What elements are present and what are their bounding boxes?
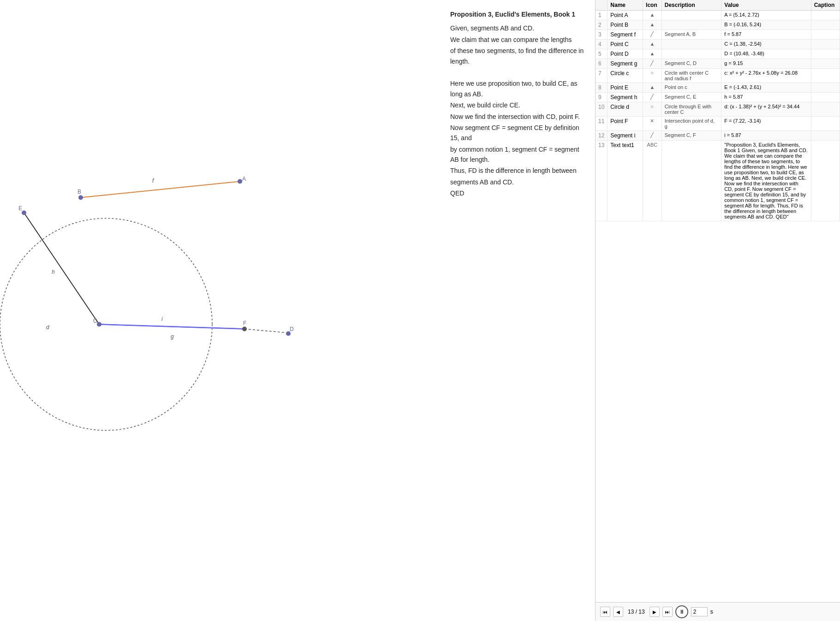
cell-icon: ▲ [643, 83, 662, 93]
cell-name: Point B [608, 20, 643, 30]
page-info: 13 / 13 [628, 609, 645, 615]
text-line: Given, segments AB and CD. [450, 23, 588, 33]
table-row[interactable]: 3 Segment f ╱ Segment A, B f = 5.87 [596, 30, 840, 40]
cell-num: 9 [596, 93, 608, 102]
col-icon: Icon [643, 0, 662, 11]
text-panel: Proposition 3, Euclid's Elements, Book 1… [443, 0, 595, 621]
right-panel: Name Icon Description Value Caption 1 Po… [595, 0, 840, 621]
speed-input[interactable] [691, 607, 708, 616]
cell-caption [811, 69, 840, 83]
cell-icon: ╱ [643, 131, 662, 141]
label-f: f [152, 177, 155, 184]
label-E: E [18, 205, 22, 212]
label-i: i [161, 316, 163, 322]
cell-value: c: x² + y² - 2.76x + 5.08y = 26.08 [721, 69, 811, 83]
cell-value: B = (-0.16, 5.24) [721, 20, 811, 30]
cell-caption [811, 117, 840, 131]
cell-icon: ╱ [643, 59, 662, 69]
cell-name: Point F [608, 117, 643, 131]
table-row[interactable]: 5 Point D ▲ D = (10.48, -3.48) [596, 49, 840, 59]
nav-last-button[interactable]: ⏭ [662, 607, 673, 617]
table-row[interactable]: 8 Point E ▲ Point on c E = (-1.43, 2.61) [596, 83, 840, 93]
cell-caption [811, 141, 840, 221]
cell-name: Text text1 [608, 141, 643, 221]
point-F-dot [242, 327, 247, 331]
table-row[interactable]: 1 Point A ▲ A = (5.14, 2.72) [596, 11, 840, 20]
text-line: of these two segments, to find the diffe… [450, 46, 588, 66]
col-value: Value [721, 0, 811, 11]
cell-value: E = (-1.43, 2.61) [721, 83, 811, 93]
bottom-bar: ⏮ ◀ 13 / 13 ▶ ⏭ ⏸ s [596, 602, 840, 621]
text-line: Here we use proposition two, to build CE… [450, 78, 588, 99]
cell-name: Circle d [608, 102, 643, 117]
cell-name: Circle c [608, 69, 643, 83]
text-line: We claim that we can compare the lengths [450, 35, 588, 45]
cell-description [661, 20, 721, 30]
table-row[interactable]: 13 Text text1 ABC "Proposition 3, Euclid… [596, 141, 840, 221]
pause-button[interactable]: ⏸ [675, 605, 688, 618]
table-row[interactable]: 9 Segment h ╱ Segment C, E h = 5.87 [596, 93, 840, 102]
cell-value: i = 5.87 [721, 131, 811, 141]
table-row[interactable]: 6 Segment g ╱ Segment C, D g = 9.15 [596, 59, 840, 69]
cell-num: 10 [596, 102, 608, 117]
cell-num: 4 [596, 40, 608, 49]
cell-name: Point D [608, 49, 643, 59]
text-line: Next, we build circle CE. [450, 100, 588, 110]
nav-first-button[interactable]: ⏮ [600, 607, 610, 617]
label-B: B [77, 189, 81, 195]
proposition-title: Proposition 3, Euclid's Elements, Book 1 [450, 9, 588, 19]
segment-f-visual [81, 182, 240, 198]
label-g: g [171, 333, 174, 340]
table-header-row: Name Icon Description Value Caption [596, 0, 840, 11]
table-row[interactable]: 10 Circle d ○ Circle through E with cent… [596, 102, 840, 117]
dashed-fd [244, 329, 286, 333]
cell-icon: ╱ [643, 30, 662, 40]
text-line: segments AB and CD. [450, 177, 588, 187]
cell-name: Segment i [608, 131, 643, 141]
text-line: Thus, FD is the difference in length bet… [450, 166, 588, 176]
cell-description [661, 40, 721, 49]
cell-name: Point E [608, 83, 643, 93]
nav-prev-button[interactable]: ◀ [613, 607, 623, 617]
table-row[interactable]: 4 Point C ▲ C = (1.38, -2.54) [596, 40, 840, 49]
cell-icon: ○ [643, 69, 662, 83]
label-D: D [290, 326, 294, 332]
cell-description: Circle through E with center C [661, 102, 721, 117]
canvas-area: f g h i d B A E C F D [0, 0, 443, 621]
cell-num: 6 [596, 59, 608, 69]
cell-num: 3 [596, 30, 608, 40]
cell-name: Segment g [608, 59, 643, 69]
cell-caption [811, 40, 840, 49]
segment-i-visual [99, 325, 244, 329]
label-C: C [93, 318, 97, 324]
table-row[interactable]: 2 Point B ▲ B = (-0.16, 5.24) [596, 20, 840, 30]
cell-description: Intersection point of d, g [661, 117, 721, 131]
geometry-svg: f g h i d B A E C F D [0, 0, 443, 621]
text-line: Now segment CF = segment CE by definitio… [450, 123, 588, 143]
cell-description: Segment A, B [661, 30, 721, 40]
cell-caption [811, 93, 840, 102]
cell-icon: ▲ [643, 40, 662, 49]
label-A: A [242, 176, 246, 182]
cell-num: 8 [596, 83, 608, 93]
speed-label: s [710, 609, 713, 615]
cell-value: g = 9.15 [721, 59, 811, 69]
cell-description: Point on c [661, 83, 721, 93]
cell-value: F = (7.22, -3.14) [721, 117, 811, 131]
cell-icon: ╱ [643, 93, 662, 102]
table-row[interactable]: 11 Point F ✕ Intersection point of d, g … [596, 117, 840, 131]
cell-icon: ▲ [643, 11, 662, 20]
cell-description: Segment C, D [661, 59, 721, 69]
cell-value: "Proposition 3, Euclid's Elements, Book … [721, 141, 811, 221]
nav-next-button[interactable]: ▶ [649, 607, 660, 617]
cell-num: 12 [596, 131, 608, 141]
cell-num: 2 [596, 20, 608, 30]
cell-description: Segment C, E [661, 93, 721, 102]
label-h: h [52, 269, 55, 275]
table-row[interactable]: 7 Circle c ○ Circle with center C and ra… [596, 69, 840, 83]
cell-num: 11 [596, 117, 608, 131]
table-row[interactable]: 12 Segment i ╱ Segment C, F i = 5.87 [596, 131, 840, 141]
cell-value: D = (10.48, -3.48) [721, 49, 811, 59]
cell-caption [811, 30, 840, 40]
cell-num: 13 [596, 141, 608, 221]
